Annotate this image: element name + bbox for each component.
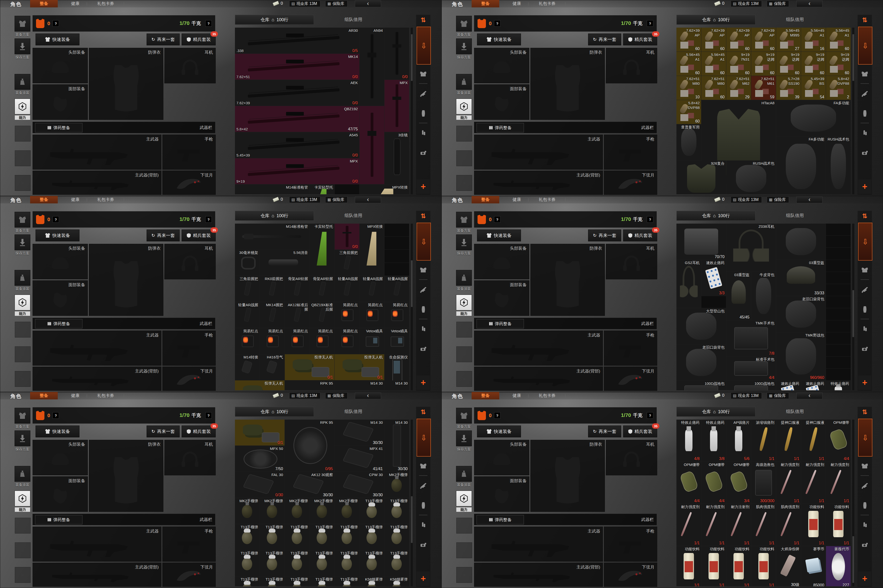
filter-optic-icon[interactable] [416,342,430,356]
slot-back-primary[interactable]: 主武器(背部) [33,171,161,195]
help-icon[interactable]: ? [205,216,212,223]
item-老旧口袋背包[interactable]: 老旧口袋背包 [677,344,726,380]
item-卡宾轻型托[interactable]: 卡宾轻型托 [310,224,334,276]
sort-icon[interactable]: ⇅ [416,407,430,417]
item-MPX转接[interactable]: MPX转接 [360,224,384,276]
item-T13手榴弹[interactable]: T13手榴弹 [285,550,310,576]
slot-headset[interactable]: 耳机 [606,48,657,83]
item-M14转接[interactable]: M14转接 [235,354,260,380]
item-骨架AR轻握[interactable]: 骨架AR轻握 [285,276,310,302]
item-MK2手榴弹[interactable]: MK2手榴弹 [335,498,360,524]
elite-set-button[interactable]: 精兵套装 35 [182,33,216,45]
add-row-button[interactable]: + [417,375,430,390]
elite-set-button[interactable]: 精兵套装 35 [623,33,657,45]
item-tile[interactable]: 0/0 [385,28,409,80]
scrollbar-thumb[interactable] [852,536,854,583]
item-MPX 41[interactable]: MPX 4141/41 [335,446,384,472]
item-5.56×45[interactable]: 5.56×45A160 [677,52,701,76]
slot-body-armor[interactable]: 防弹衣 [89,440,163,512]
filter-armor-icon[interactable] [416,459,430,473]
item-RPK 95[interactable]: RPK 95 [285,380,334,390]
insurance-vault-button[interactable]: ▦ 保险库 [767,196,789,203]
cash-vault-button[interactable]: ▤ 现金库 13M [289,196,320,203]
item-7.62×39[interactable]: 7.62×39AP60 [726,28,751,51]
item-MK14[interactable]: MK147.62×510/0 [235,54,360,80]
sidebar-item-gear-skins[interactable]: 装备涂装 [456,270,472,291]
slot-pistol[interactable]: 手枪 [162,526,216,562]
item-tile[interactable]: 0/1 [235,420,284,446]
item-三角前握把[interactable]: 三角前握把 [335,250,360,276]
item-提神口服液[interactable]: 提神口服液1/1 [776,420,801,462]
add-row-button[interactable]: + [417,572,430,586]
slot-body-armor[interactable]: 防弹衣 [89,48,163,120]
sidebar-item-save-plan[interactable]: 保存方案 [456,430,472,452]
item-速效止痛药[interactable]: 速效止痛药3/3 [776,381,801,390]
item-M14 30[interactable]: M14 3030/30 [385,420,409,472]
sidebar-item-save-plan[interactable]: 保存方案 [456,234,472,256]
help-icon[interactable]: ? [205,20,212,27]
filter-optic-icon[interactable] [416,146,430,160]
filter-rifle-icon[interactable] [416,479,430,493]
item-T13手榴弹[interactable]: T13手榴弹 [360,498,384,524]
item-OPM绷带[interactable]: OPM绷带4/4 [826,420,851,462]
sort-icon[interactable]: ⇅ [416,211,430,220]
item-投弹无人机[interactable]: 投弹无人机0/1 [335,354,384,380]
item-tile[interactable]: 70/70 [677,224,726,260]
item-7.62×51[interactable]: 7.62×51M8060 [701,76,726,100]
item-T13手榴弹[interactable]: T13手榴弹 [310,550,334,576]
cash-vault-button[interactable]: ▤ 现金库 13M [731,393,762,399]
item-MK2手榴弹[interactable]: MK2手榴弹 [285,498,310,524]
ammo-loadout-button[interactable]: 弹药整备 [35,319,83,328]
item-简易红点[interactable]: 简易红点 [335,302,360,328]
filter-armor-icon[interactable] [857,67,872,81]
back-button[interactable]: ‹ [355,0,381,7]
tab-warehouse[interactable]: 仓库 ⌂ 100行 [235,15,314,25]
sidebar-item-ability[interactable]: 能力 [14,295,31,316]
slot-headset[interactable]: 耳机 [164,440,216,476]
tab-warehouse[interactable]: 仓库 ⌂ 100行 [677,407,755,417]
item-MK2手榴弹[interactable]: MK2手榴弹 [260,498,284,524]
filter-magazine-icon[interactable] [416,303,430,316]
item-大型登山包[interactable]: 大型登山包 [677,308,726,344]
item-M14 30[interactable]: M14 30 [385,380,409,390]
tab-loadout[interactable]: 整备 [472,0,499,8]
sort-icon[interactable]: ⇅ [857,211,872,220]
sidebar-item-gear-skins[interactable]: 装备涂装 [456,74,472,95]
item-M14标准枪管[interactable]: M14标准枪管 [235,224,310,249]
filter-rifle-icon[interactable] [857,283,872,297]
sidebar-item-ability[interactable]: 能力 [14,99,31,120]
slot-head[interactable]: 头部装备 [474,440,529,476]
slot-head[interactable]: 头部装备 [33,48,88,83]
slot-headset[interactable]: 耳机 [606,440,657,476]
item-轻量AR战握[interactable]: 轻量AR战握 [360,276,384,302]
item-特效止痛药[interactable]: 特效止痛药5/8 [826,381,851,390]
slot-face[interactable]: 面部装备 [33,84,88,120]
tab-health[interactable]: 健康 [506,392,527,399]
cash-vault-button[interactable]: ▤ 现金库 13M [289,393,320,399]
sidebar-item-ability[interactable]: 能力 [456,490,472,512]
item-RK0前握把[interactable]: RK0前握把 [260,276,284,302]
item-浓缩镇痛剂[interactable]: 浓缩镇痛剂1/1 [751,420,776,462]
scrollbar-thumb[interactable] [852,290,854,337]
filter-rifle-icon[interactable] [857,479,872,493]
slot-pistol[interactable]: 手枪 [604,135,657,170]
slot-primary-weapon[interactable]: 主武器 [474,331,603,366]
item-AP镇痛片[interactable]: AP镇痛片5/6 [726,420,751,462]
item-简易红点[interactable]: 简易红点 [285,328,310,354]
insurance-vault-button[interactable]: ▦ 保险库 [325,393,347,399]
item-牛皮背包[interactable]: 牛皮背包 [751,272,776,320]
item-耐力强度剂[interactable]: 耐力强度剂1/1 [677,504,701,546]
slot-body-armor[interactable]: 防弹衣 [530,244,605,316]
tab-team-borrow[interactable]: 组队借用 [758,15,832,24]
item-MK2手榴弹[interactable]: MK2手榴弹 [310,498,334,524]
item-功能饮料[interactable]: 功能饮料1/1 [701,546,726,586]
help-icon[interactable]: ? [647,216,653,223]
item-5.56×45[interactable]: 5.56×45M99527 [776,28,801,51]
warehouse-scrollbar[interactable] [411,224,413,390]
slot-face[interactable]: 面部装备 [474,476,529,512]
item-功能饮料[interactable]: 功能饮料1/1 [826,504,851,546]
slot-primary-weapon[interactable]: 主武器 [33,526,161,562]
tab-giftcards[interactable]: 礼包卡券 [91,392,120,399]
filter-ammo-icon[interactable] [857,126,872,140]
tab-warehouse[interactable]: 仓库 ⌂ 100行 [235,407,314,417]
